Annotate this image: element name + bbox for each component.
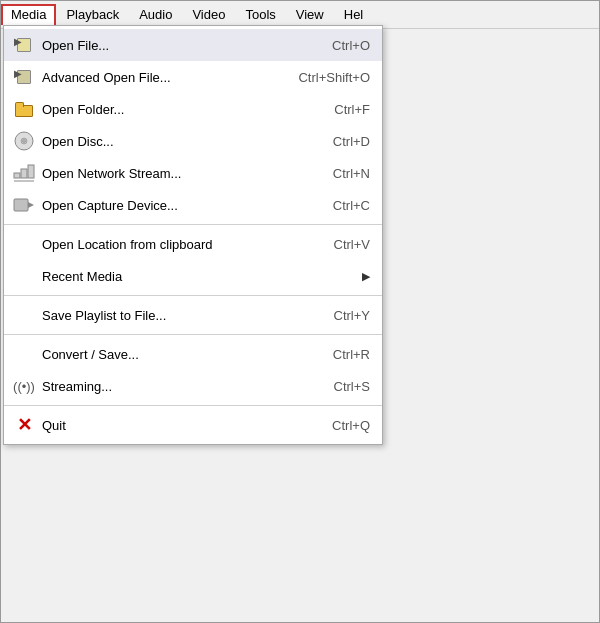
open-file-icon: ▶: [12, 34, 36, 56]
open-file-shortcut: Ctrl+O: [332, 38, 370, 53]
svg-rect-4: [21, 169, 27, 178]
menu-item-open-file[interactable]: ▶ Open File... Ctrl+O: [4, 29, 382, 61]
quit-icon: ✕: [12, 414, 36, 436]
menu-item-convert-save[interactable]: Convert / Save... Ctrl+R: [4, 338, 382, 370]
menu-item-open-capture[interactable]: Open Capture Device... Ctrl+C: [4, 189, 382, 221]
menu-media-label: Media: [11, 7, 46, 22]
menu-item-advanced-open-file[interactable]: ▶ Advanced Open File... Ctrl+Shift+O: [4, 61, 382, 93]
open-location-icon: [12, 233, 36, 255]
folder-icon: [12, 98, 36, 120]
open-folder-shortcut: Ctrl+F: [334, 102, 370, 117]
menu-item-save-playlist[interactable]: Save Playlist to File... Ctrl+Y: [4, 299, 382, 331]
svg-point-2: [23, 140, 25, 142]
svg-rect-7: [14, 199, 28, 211]
menu-item-open-disc[interactable]: Open Disc... Ctrl+D: [4, 125, 382, 157]
separator-4: [4, 405, 382, 406]
menubar: Media ▶ Open File... Ctrl+O: [1, 1, 599, 29]
open-disc-label: Open Disc...: [42, 134, 293, 149]
streaming-icon: ((•)): [12, 375, 36, 397]
media-dropdown: ▶ Open File... Ctrl+O ▶ Advanced Open Fi…: [3, 25, 383, 445]
menu-audio[interactable]: Audio: [129, 4, 182, 25]
menu-item-open-location[interactable]: Open Location from clipboard Ctrl+V: [4, 228, 382, 260]
menu-video-label: Video: [192, 7, 225, 22]
svg-rect-3: [14, 173, 20, 178]
streaming-shortcut: Ctrl+S: [334, 379, 370, 394]
menu-item-recent-media[interactable]: Recent Media ▶: [4, 260, 382, 292]
recent-media-arrow: ▶: [362, 270, 370, 283]
save-playlist-shortcut: Ctrl+Y: [334, 308, 370, 323]
advanced-open-file-icon: ▶: [12, 66, 36, 88]
convert-save-label: Convert / Save...: [42, 347, 293, 362]
menu-item-streaming[interactable]: ((•)) Streaming... Ctrl+S: [4, 370, 382, 402]
open-network-shortcut: Ctrl+N: [333, 166, 370, 181]
quit-label: Quit: [42, 418, 292, 433]
app-window: Media ▶ Open File... Ctrl+O: [0, 0, 600, 623]
open-disc-shortcut: Ctrl+D: [333, 134, 370, 149]
menu-view[interactable]: View: [286, 4, 334, 25]
network-icon: [12, 162, 36, 184]
recent-media-label: Recent Media: [42, 269, 200, 284]
open-file-label: Open File...: [42, 38, 292, 53]
menu-video[interactable]: Video: [182, 4, 235, 25]
separator-1: [4, 224, 382, 225]
streaming-label: Streaming...: [42, 379, 294, 394]
open-capture-shortcut: Ctrl+C: [333, 198, 370, 213]
open-location-shortcut: Ctrl+V: [334, 237, 370, 252]
menu-tools[interactable]: Tools: [235, 4, 285, 25]
menu-audio-label: Audio: [139, 7, 172, 22]
open-capture-label: Open Capture Device...: [42, 198, 293, 213]
menu-item-open-network[interactable]: Open Network Stream... Ctrl+N: [4, 157, 382, 189]
convert-save-icon: [12, 343, 36, 365]
capture-device-icon: [12, 194, 36, 216]
menu-item-quit[interactable]: ✕ Quit Ctrl+Q: [4, 409, 382, 441]
separator-3: [4, 334, 382, 335]
save-playlist-label: Save Playlist to File...: [42, 308, 294, 323]
convert-save-shortcut: Ctrl+R: [333, 347, 370, 362]
svg-rect-5: [28, 165, 34, 178]
menu-media[interactable]: Media ▶ Open File... Ctrl+O: [1, 4, 56, 25]
menu-playback-label: Playback: [66, 7, 119, 22]
quit-shortcut: Ctrl+Q: [332, 418, 370, 433]
disc-icon: [12, 130, 36, 152]
open-network-label: Open Network Stream...: [42, 166, 293, 181]
svg-marker-8: [28, 202, 34, 208]
advanced-open-file-shortcut: Ctrl+Shift+O: [298, 70, 370, 85]
menu-help[interactable]: Hel: [334, 4, 374, 25]
menu-view-label: View: [296, 7, 324, 22]
menu-tools-label: Tools: [245, 7, 275, 22]
open-location-label: Open Location from clipboard: [42, 237, 294, 252]
advanced-open-file-label: Advanced Open File...: [42, 70, 258, 85]
recent-media-icon: [12, 265, 36, 287]
separator-2: [4, 295, 382, 296]
menu-item-open-folder[interactable]: Open Folder... Ctrl+F: [4, 93, 382, 125]
save-playlist-icon: [12, 304, 36, 326]
open-folder-label: Open Folder...: [42, 102, 294, 117]
menu-playback[interactable]: Playback: [56, 4, 129, 25]
menu-help-label: Hel: [344, 7, 364, 22]
